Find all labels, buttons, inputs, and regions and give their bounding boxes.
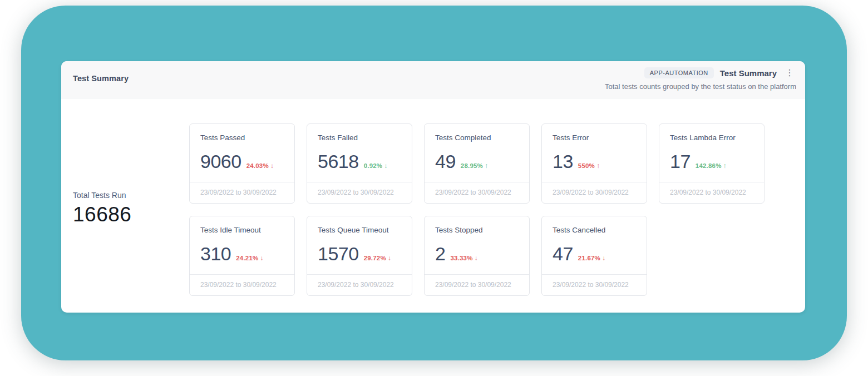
widget-subtitle: Total tests counts grouped by the test s…	[605, 82, 796, 91]
metric-card: Tests Cancelled 47 21.67% ↓ 23/09/2022 t…	[541, 216, 647, 296]
metric-card-delta: 28.95% ↑	[461, 162, 489, 169]
metric-card-value: 17	[670, 152, 691, 171]
metric-card-delta: 550% ↑	[578, 162, 600, 169]
total-tests-value: 16686	[73, 203, 131, 226]
metric-card-value: 310	[200, 244, 231, 263]
metric-card: Tests Stopped 2 33.33% ↓ 23/09/2022 to 3…	[424, 216, 530, 296]
metric-card-value: 47	[553, 244, 573, 263]
metric-card-value: 9060	[200, 152, 241, 171]
total-tests-block: Total Tests Run 16686	[73, 191, 131, 226]
widget-header-title: Test Summary	[73, 74, 129, 83]
metric-card-title: Tests Failed	[318, 133, 401, 142]
metric-card-title: Tests Passed	[200, 133, 284, 142]
metric-card-date-range: 23/09/2022 to 30/09/2022	[190, 182, 294, 203]
metric-card-title: Tests Error	[553, 133, 636, 142]
metric-card-title: Tests Idle Timeout	[200, 226, 284, 234]
metric-card: Tests Failed 5618 0.92% ↓ 23/09/2022 to …	[307, 123, 412, 204]
metric-card-title: Tests Stopped	[435, 226, 519, 234]
metric-card: Tests Passed 9060 24.03% ↓ 23/09/2022 to…	[189, 123, 295, 204]
metric-card-delta: 29.72% ↓	[364, 255, 392, 261]
widget-header: Test Summary APP-AUTOMATION Test Summary…	[61, 61, 805, 98]
app-automation-badge: APP-AUTOMATION	[644, 67, 714, 78]
metric-card-value: 2	[435, 244, 445, 263]
test-summary-widget: Test Summary APP-AUTOMATION Test Summary…	[61, 61, 805, 313]
metric-card-date-range: 23/09/2022 to 30/09/2022	[542, 182, 647, 203]
metric-card-delta: 21.67% ↓	[578, 255, 606, 261]
metric-card-date-range: 23/09/2022 to 30/09/2022	[307, 182, 412, 203]
metric-card-title: Tests Lambda Error	[670, 133, 753, 142]
metric-card-title: Tests Completed	[435, 133, 519, 142]
widget-body: Total Tests Run 16686 Tests Passed 9060 …	[61, 98, 805, 312]
metric-card-date-range: 23/09/2022 to 30/09/2022	[425, 274, 529, 295]
widget-header-right: APP-AUTOMATION Test Summary ⋮ Total test…	[605, 67, 796, 91]
metric-card-date-range: 23/09/2022 to 30/09/2022	[425, 182, 529, 203]
metric-card-date-range: 23/09/2022 to 30/09/2022	[307, 274, 412, 295]
metric-card-delta: 142.86% ↑	[696, 162, 727, 169]
metric-card-value: 49	[435, 152, 456, 171]
metric-card: Tests Error 13 550% ↑ 23/09/2022 to 30/0…	[541, 123, 647, 204]
metric-card-date-range: 23/09/2022 to 30/09/2022	[190, 274, 294, 295]
metric-card-date-range: 23/09/2022 to 30/09/2022	[542, 274, 647, 295]
metric-card-delta: 33.33% ↓	[450, 255, 478, 261]
metric-card-delta: 24.21% ↓	[236, 255, 264, 261]
metric-card-delta: 24.03% ↓	[246, 162, 274, 169]
metric-card-value: 13	[553, 152, 573, 171]
metric-card-value: 5618	[318, 152, 359, 171]
metric-card-value: 1570	[318, 244, 359, 263]
metric-cards-grid: Tests Passed 9060 24.03% ↓ 23/09/2022 to…	[189, 123, 765, 296]
metric-card: Tests Queue Timeout 1570 29.72% ↓ 23/09/…	[307, 216, 412, 296]
total-tests-label: Total Tests Run	[73, 191, 131, 200]
metric-card: Tests Idle Timeout 310 24.21% ↓ 23/09/20…	[189, 216, 295, 296]
metric-card-title: Tests Cancelled	[553, 226, 636, 234]
kebab-menu-icon[interactable]: ⋮	[783, 67, 796, 78]
metric-card-title: Tests Queue Timeout	[318, 226, 401, 234]
metric-card-date-range: 23/09/2022 to 30/09/2022	[659, 182, 764, 203]
metric-card-delta: 0.92% ↓	[364, 162, 388, 169]
metric-card: Tests Lambda Error 17 142.86% ↑ 23/09/20…	[659, 123, 765, 204]
metric-card: Tests Completed 49 28.95% ↑ 23/09/2022 t…	[424, 123, 530, 204]
widget-title: Test Summary	[720, 68, 777, 78]
